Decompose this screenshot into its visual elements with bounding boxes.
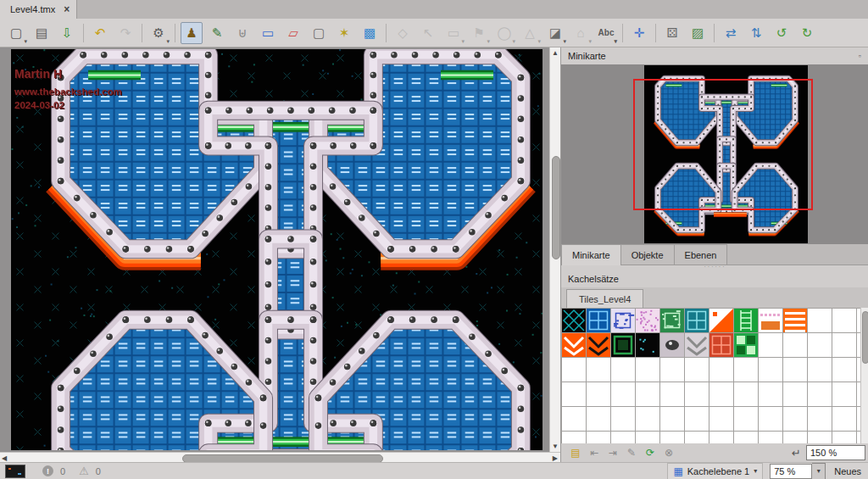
dock-tab-bar: MinikarteObjekteEbenen [561, 244, 868, 265]
redo-button: ↷ [114, 22, 136, 44]
float-panel-icon[interactable]: ▫ [859, 52, 861, 60]
error-count: 0 [60, 466, 65, 476]
minimap-viewport-rect[interactable] [633, 79, 813, 210]
chevron-down-icon[interactable]: ▾ [812, 463, 826, 479]
tileset-toolbar: ▤⇤⇥✎⟳⊗ ↵ 150 % [561, 443, 868, 462]
layer-combo[interactable]: ▦ Kachelebene 1 ▾ [667, 463, 763, 479]
save-file-button[interactable]: ⇩ [56, 22, 78, 44]
rotate-left-button[interactable]: ↺ [771, 22, 793, 44]
new-tileset-button[interactable]: ▤ [568, 445, 583, 460]
map-overlay-text: Martin H www.thebackshed.com 2024-03-02 [14, 68, 122, 114]
status-bar: ! 0 ⚠ 0 ▦ Kachelebene 1 ▾ 75 % ▾ Neues [0, 462, 868, 479]
console-thumbnail-icon[interactable] [5, 465, 25, 478]
select-objects-tool: ↖ [417, 22, 439, 44]
chevron-down-icon: ▾ [461, 38, 465, 45]
layer-combo-label: Kachelebene 1 [687, 466, 749, 476]
status-bar-right: ▦ Kachelebene 1 ▾ 75 % ▾ Neues [667, 463, 863, 479]
dock-tab-objekte[interactable]: Objekte [620, 244, 675, 265]
chevron-down-icon: ▾ [563, 38, 566, 45]
shape-fill-tool[interactable]: ▭ [257, 22, 279, 44]
close-tab-icon[interactable]: × [64, 3, 70, 15]
insert-ellipse-tool: ◯▾ [493, 22, 515, 44]
commands-button[interactable]: ⚙▾ [147, 22, 170, 44]
tileset-zoom-input[interactable]: 150 % [806, 445, 865, 460]
zoom-combo[interactable]: 75 % ▾ [770, 464, 826, 479]
zoom-combo-value[interactable]: 75 % [770, 464, 812, 479]
document-tab-level4[interactable]: Level4.tmx × [0, 0, 77, 19]
warning-count: 0 [96, 466, 101, 476]
minimap-panel-title: Minikarte [568, 51, 606, 61]
chevron-down-icon: ▾ [588, 38, 592, 45]
warning-count-icon[interactable]: ⚠ [79, 465, 89, 477]
chevron-down-icon: ▾ [754, 467, 757, 475]
reload-tileset-button[interactable]: ⟳ [643, 445, 658, 460]
chevron-down-icon: ▾ [537, 38, 541, 45]
error-count-icon[interactable]: ! [42, 465, 53, 476]
insert-template-tool: ⌂▾ [570, 22, 592, 44]
toolbar-separator [655, 24, 656, 42]
map-view[interactable]: Martin H www.thebackshed.com 2024-03-02 [0, 47, 549, 452]
terrain-fill-mode-button[interactable]: ▨ [687, 22, 709, 44]
map-vertical-scrollbar[interactable]: ▲ ▼ [549, 47, 560, 452]
tileset-tab-label: Tiles_Level4 [579, 294, 631, 304]
right-dock-panel: Minikarte ▫ MinikarteObjekteEbenen ·····… [560, 47, 868, 462]
map-overlay-date: 2024-03-02 [14, 101, 122, 111]
document-tab-label: Level4.tmx [10, 4, 55, 14]
new-button[interactable]: Neues [832, 466, 863, 476]
new-map-button[interactable]: ▢▾ [5, 22, 27, 44]
edit-tileset-button[interactable]: ✎ [624, 445, 639, 460]
toolbar-separator [386, 24, 387, 42]
toolbar-separator [83, 24, 84, 42]
open-file-button[interactable]: ▤ [31, 22, 53, 44]
return-arrow-icon: ↵ [792, 447, 801, 460]
random-mode-button[interactable]: ⚄ [661, 22, 683, 44]
tileset-tab-strip: Tiles_Level4 [561, 287, 868, 309]
tileset-tab-tiles-level4[interactable]: Tiles_Level4 [566, 289, 643, 309]
toolbar-separator [142, 24, 142, 42]
map-vscroll-thumb[interactable] [552, 156, 560, 259]
eraser-tool[interactable]: ▱ [282, 22, 304, 44]
dock-tab-minikarte[interactable]: Minikarte [561, 244, 621, 265]
insert-text-tool[interactable]: Abc▾ [595, 22, 617, 44]
main-toolbar: ▢▾▤⇩↶↷⚙▾♟✎⊎▭▱▢✶▩◇↖▭▾⚑▾◯▾△▾◪▾⌂▾Abc▾✛⚄▨⇄⇅↺… [0, 19, 868, 47]
flip-vertical-button[interactable]: ⇅ [745, 22, 767, 44]
tileset-canvas[interactable] [561, 308, 860, 443]
pan-tool[interactable]: ✛ [628, 22, 650, 44]
splitter-handle[interactable]: ······ [561, 265, 868, 270]
transform-tool: ◇ [392, 22, 414, 44]
tile-layer-grid-icon: ▦ [673, 465, 682, 477]
tileset-vscroll-thumb[interactable] [862, 311, 868, 364]
chevron-down-icon: ▾ [166, 38, 170, 45]
dock-tab-ebenen[interactable]: Ebenen [674, 244, 728, 265]
toolbar-separator [175, 24, 175, 42]
magic-wand-tool[interactable]: ✶ [333, 22, 355, 44]
terrain-brush-tool[interactable]: ✎ [206, 22, 228, 44]
tileset-view[interactable] [561, 308, 860, 443]
toolbar-separator [622, 24, 623, 42]
chevron-down-icon: ▾ [24, 38, 27, 45]
insert-point-tool: ⚑▾ [468, 22, 490, 44]
scroll-up-arrow-icon[interactable]: ▲ [550, 48, 560, 58]
toolbar-separator [714, 24, 715, 42]
minimap-panel-header: Minikarte ▫ [561, 47, 868, 64]
flip-horizontal-button[interactable]: ⇄ [720, 22, 742, 44]
minimap-area[interactable] [561, 64, 868, 244]
insert-rectangle-tool: ▭▾ [442, 22, 465, 44]
chevron-down-icon: ▾ [512, 38, 515, 45]
remove-tileset-button[interactable]: ⊗ [661, 445, 676, 460]
bucket-fill-tool[interactable]: ⊎ [231, 22, 253, 44]
rectangular-select-tool[interactable]: ▢ [308, 22, 330, 44]
undo-button[interactable]: ↶ [89, 22, 111, 44]
rotate-right-button[interactable]: ↻ [796, 22, 818, 44]
embed-tileset-button[interactable]: ⇤ [587, 445, 602, 460]
stamp-brush-tool[interactable]: ♟ [181, 22, 203, 44]
tileset-vertical-scrollbar[interactable] [860, 308, 868, 443]
document-tab-bar: Level4.tmx × [0, 0, 868, 19]
scroll-down-arrow-icon[interactable]: ▼ [550, 442, 560, 451]
chevron-down-icon: ▾ [614, 38, 617, 45]
export-tileset-button[interactable]: ⇥ [605, 445, 620, 460]
tilesets-panel-title: Kachelsätze [568, 274, 619, 284]
map-overlay-author: Martin H [14, 68, 122, 80]
same-tile-select-tool[interactable]: ▩ [359, 22, 381, 44]
insert-tile-tool[interactable]: ◪▾ [544, 22, 566, 44]
